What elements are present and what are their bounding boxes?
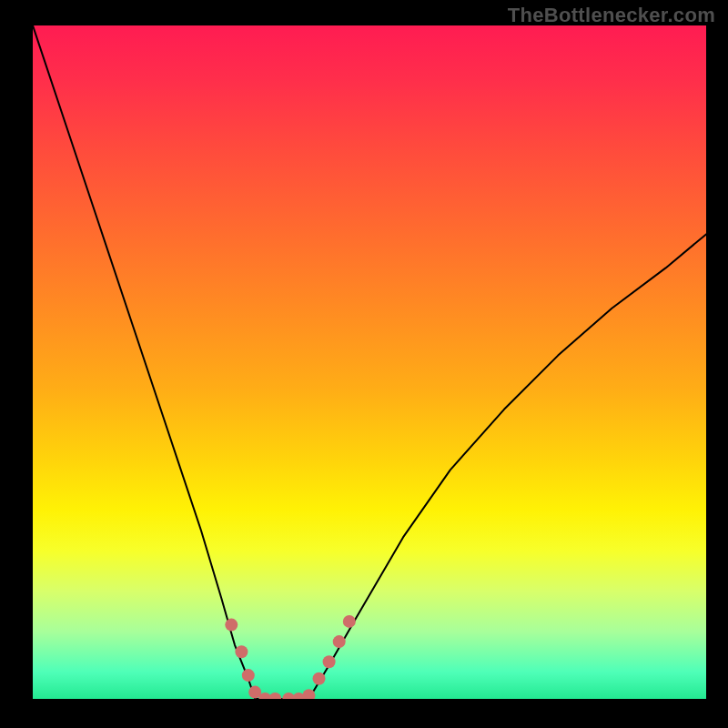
- marker-marker-cluster-left: [242, 669, 255, 682]
- watermark-text: TheBottlenecker.com: [508, 4, 715, 27]
- series-right-ascent: [308, 234, 706, 699]
- marker-marker-cluster-right: [343, 615, 356, 628]
- chart-svg: [33, 25, 706, 699]
- series-left-descent: [33, 25, 255, 699]
- chart-frame: TheBottlenecker.com: [0, 0, 728, 728]
- marker-marker-cluster-left: [225, 619, 238, 632]
- marker-marker-cluster-right: [323, 655, 336, 668]
- marker-marker-cluster-right: [333, 635, 346, 648]
- plot-area: [33, 25, 706, 699]
- marker-marker-cluster-left: [235, 645, 248, 658]
- marker-marker-cluster-left: [268, 693, 281, 699]
- marker-marker-cluster-right: [313, 672, 326, 685]
